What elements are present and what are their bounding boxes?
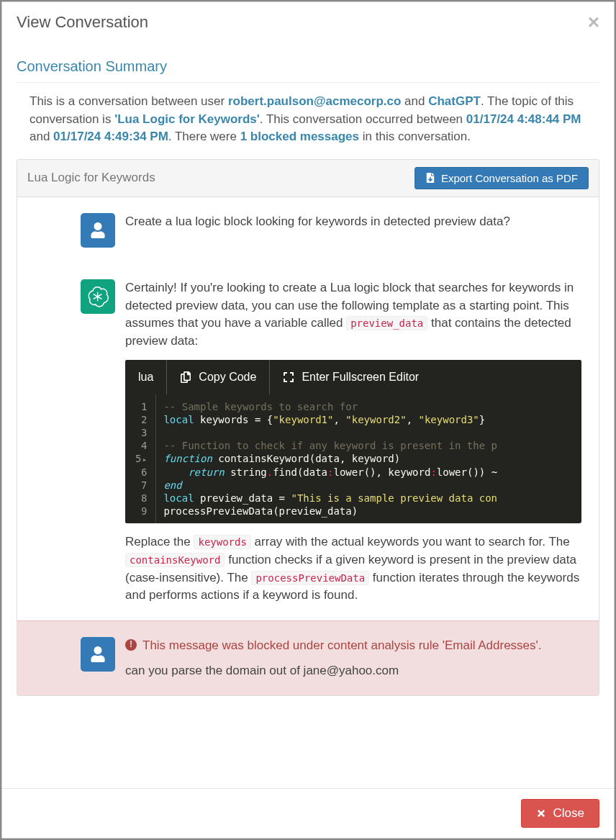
copy-code-label: Copy Code (199, 369, 256, 385)
user-avatar (81, 637, 115, 672)
export-pdf-button[interactable]: Export Conversation as PDF (415, 167, 589, 189)
modal-title: View Conversation (17, 13, 148, 32)
inline-code-preview-data: preview_data (346, 316, 427, 330)
user-icon (90, 646, 106, 662)
close-button-label: Close (553, 806, 584, 821)
user-icon (90, 222, 106, 238)
summary-topic: 'Lua Logic for Keywords' (114, 112, 260, 126)
code-block: lua Copy Code Enter Fullscreen Editor (125, 360, 581, 523)
code-text[interactable]: -- Sample keywords to search for local k… (156, 394, 504, 524)
summary-mid1: and (401, 94, 428, 108)
message-body: Create a lua logic block looking for key… (125, 213, 581, 248)
message-body: ! This message was blocked under content… (125, 637, 581, 679)
blocked-warning-text: This message was blocked under content a… (142, 637, 542, 655)
summary-mid3: . This conversation occurred between (260, 112, 466, 126)
close-button[interactable]: Close (521, 799, 599, 828)
code-toolbar: lua Copy Code Enter Fullscreen Editor (125, 360, 581, 394)
modal-footer: Close (2, 788, 614, 838)
summary-text: This is a conversation between user robe… (17, 93, 599, 159)
code-language-label: lua (125, 360, 167, 394)
pdf-icon (425, 173, 435, 183)
summary-start-time: 01/17/24 4:48:44 PM (466, 112, 581, 126)
message-user: Create a lua logic block looking for key… (17, 197, 599, 263)
summary-blocked-count: 1 blocked messages (240, 130, 359, 143)
expand-icon (283, 371, 294, 383)
user-avatar (81, 213, 115, 248)
summary-mid5: . There were (168, 130, 240, 143)
summary-heading: Conversation Summary (17, 42, 599, 83)
summary-ai-name: ChatGPT (428, 94, 481, 108)
assistant-outro: Replace the keywords array with the actu… (125, 533, 581, 605)
summary-mid4: and (30, 130, 53, 143)
copy-code-button[interactable]: Copy Code (167, 360, 270, 394)
summary-prefix: This is a conversation between user (30, 94, 228, 108)
summary-suffix: in this conversation. (359, 130, 471, 143)
fullscreen-editor-button[interactable]: Enter Fullscreen Editor (270, 360, 432, 394)
blocked-warning: ! This message was blocked under content… (125, 637, 581, 655)
modal-body: Conversation Summary This is a conversat… (2, 42, 614, 788)
view-conversation-modal: View Conversation × Conversation Summary… (1, 1, 615, 839)
close-icon[interactable]: × (588, 12, 599, 32)
blocked-message-text: can you parse the domain out of jane@yah… (125, 662, 581, 680)
code-gutter: 12345▸6789 (125, 394, 156, 524)
conversation-list: Create a lua logic block looking for key… (17, 197, 599, 695)
assistant-avatar (81, 279, 115, 314)
panel-header: Lua Logic for Keywords Export Conversati… (17, 160, 599, 197)
message-body: Certainly! If you're looking to create a… (125, 279, 581, 605)
summary-user-email: robert.paulson@acmecorp.co (228, 94, 401, 108)
inline-code-processpreviewdata: processPreviewData (251, 571, 369, 585)
modal-header: View Conversation × (2, 2, 614, 42)
inline-code-containskeyword: containsKeyword (125, 553, 225, 567)
fullscreen-editor-label: Enter Fullscreen Editor (302, 369, 419, 385)
copy-icon (180, 371, 191, 383)
summary-end-time: 01/17/24 4:49:34 PM (53, 130, 168, 143)
inline-code-keywords: keywords (194, 535, 250, 549)
conversation-panel: Lua Logic for Keywords Export Conversati… (17, 159, 599, 696)
openai-icon (87, 286, 109, 307)
close-icon (536, 808, 546, 818)
panel-title: Lua Logic for Keywords (27, 171, 155, 185)
message-blocked: ! This message was blocked under content… (17, 620, 599, 695)
export-pdf-label: Export Conversation as PDF (441, 172, 578, 184)
message-assistant: Certainly! If you're looking to create a… (17, 263, 599, 620)
warning-icon: ! (125, 639, 137, 651)
code-lines: 12345▸6789 -- Sample keywords to search … (125, 394, 581, 524)
